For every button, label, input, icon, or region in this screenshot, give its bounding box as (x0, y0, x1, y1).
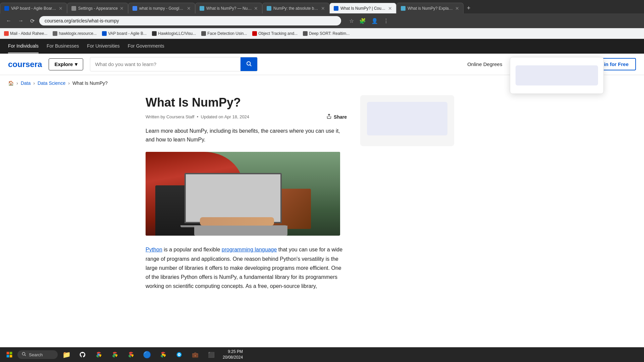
tab-favicon-numpy-v2 (200, 6, 204, 11)
tab-numpy-v2[interactable]: What is NumPy? — NumPy v... ✕ (195, 3, 262, 13)
explore-button[interactable]: Explore ▾ (49, 58, 83, 70)
tab-close-numpy-v2[interactable]: ✕ (254, 6, 258, 11)
taskbar-file-explorer[interactable]: 📁 (59, 349, 74, 361)
tab-numpy-absolute[interactable]: NumPy: the absolute basics fo... ✕ (262, 3, 329, 13)
svg-rect-4 (10, 352, 12, 355)
programming-language-link[interactable]: programming language (222, 247, 277, 252)
refresh-button[interactable]: ⟳ (28, 16, 37, 25)
nav-item-universities[interactable]: For Universities (87, 39, 120, 53)
article-title: What Is NumPy? (146, 95, 347, 110)
tab-favicon-jira (4, 6, 9, 11)
tab-close-google[interactable]: ✕ (187, 6, 191, 11)
tab-bar: VAP board - Agile Board – Jira ✕ Setting… (0, 0, 644, 13)
tab-settings[interactable]: Settings - Appearance ✕ (67, 3, 128, 13)
dropdown-panel (510, 57, 604, 94)
bookmark-favicon-vap (102, 31, 107, 36)
menu-button[interactable]: ⋮ (382, 16, 390, 25)
taskbar-app-6[interactable] (156, 349, 170, 361)
share-label: Share (334, 114, 347, 120)
tab-label-google: what is numpy - Google Search (139, 6, 185, 11)
taskbar-search-box[interactable]: Search (17, 350, 58, 359)
dropdown-content (516, 65, 598, 85)
tab-close-settings[interactable]: ✕ (120, 6, 124, 11)
taskbar-chrome-3[interactable] (123, 349, 138, 361)
bookmark-favicon-hawk (53, 31, 57, 36)
tab-label-jira: VAP board - Agile Board – Jira (11, 6, 57, 11)
bookmark-face-detection[interactable]: Face Detection Usin... (201, 31, 247, 36)
tab-numpy-explain[interactable]: What is NumPy? Explaining h... ✕ (396, 3, 464, 13)
taskbar-search-icon (21, 352, 26, 358)
taskbar-app-5[interactable]: 🔵 (140, 349, 154, 361)
new-tab-button[interactable]: + (464, 5, 474, 12)
svg-rect-5 (7, 355, 9, 358)
article-intro: Learn more about NumPy, including its be… (146, 127, 347, 144)
taskbar-chrome-1[interactable] (91, 349, 106, 361)
coursera-logo[interactable]: coursera (8, 60, 42, 69)
tab-close-jira[interactable]: ✕ (59, 6, 63, 11)
share-icon (326, 114, 332, 120)
python-link[interactable]: Python (146, 247, 162, 252)
bookmark-favicon-track (252, 31, 257, 36)
article-author: Written by Coursera Staff • Updated on A… (146, 114, 249, 119)
tab-favicon-numpy-exp (401, 6, 406, 11)
taskbar-app-9[interactable]: ⬛ (204, 349, 219, 361)
tab-close-coursera[interactable]: ✕ (388, 6, 392, 11)
bookmark-deepsort[interactable]: Deep SORT: Realtim... (303, 31, 350, 36)
nav-item-businesses[interactable]: For Businesses (47, 39, 79, 53)
svg-line-1 (250, 65, 251, 66)
svg-line-8 (25, 355, 26, 356)
bookmark-vap[interactable]: VAP board - Agile B... (102, 31, 147, 36)
tab-close-numpy-exp[interactable]: ✕ (455, 6, 459, 11)
bookmark-hawklogix[interactable]: hawklogix.resource... (53, 31, 97, 36)
tab-label-settings: Settings - Appearance (78, 6, 118, 11)
search-button[interactable] (240, 57, 257, 71)
breadcrumb-sep-0: › (16, 80, 18, 86)
svg-point-14 (130, 354, 132, 356)
profile-button[interactable]: 👤 (370, 16, 379, 25)
taskbar-chrome-2[interactable] (107, 349, 122, 361)
search-bar (90, 57, 258, 71)
back-button[interactable]: ← (4, 16, 13, 25)
extension-button[interactable]: 🧩 (358, 16, 367, 25)
nav-item-individuals[interactable]: For Individuals (8, 39, 39, 53)
address-input[interactable] (39, 16, 341, 25)
taskbar-teams[interactable]: 💼 (188, 349, 203, 361)
taskbar-app-7[interactable] (172, 349, 186, 361)
svg-point-12 (114, 354, 116, 356)
breadcrumb-sep-1: › (33, 80, 35, 86)
bookmark-favicon-mail (4, 31, 9, 36)
bookmark-label-track: Object Tracking and... (258, 31, 298, 36)
tab-close-numpy-abs[interactable]: ✕ (321, 6, 325, 11)
breadcrumb-home[interactable]: 🏠 (8, 80, 14, 86)
clock-time: 9:25 PM (223, 349, 243, 355)
bookmark-label-hawk: hawklogix.resource... (59, 31, 97, 36)
svg-point-10 (98, 354, 100, 356)
bookmark-object-tracking[interactable]: Object Tracking and... (252, 31, 298, 36)
svg-point-16 (162, 354, 164, 356)
article-image (146, 152, 340, 236)
share-button[interactable]: Share (326, 114, 347, 120)
tab-coursera[interactable]: What Is NumPy? | Coursera ✕ (329, 3, 396, 13)
breadcrumb-data-science[interactable]: Data Science (38, 80, 65, 86)
bookmark-mail[interactable]: Mail - Abdul Rahee... (4, 31, 47, 36)
online-degrees-link[interactable]: Online Degrees (467, 61, 502, 67)
tab-jira[interactable]: VAP board - Agile Board – Jira ✕ (0, 3, 67, 13)
tab-google-numpy[interactable]: what is numpy - Google Search ✕ (128, 3, 195, 13)
article-meta: Written by Coursera Staff • Updated on A… (146, 114, 347, 120)
breadcrumb-data[interactable]: Data (21, 80, 31, 86)
search-icon (246, 61, 252, 68)
taskbar-github[interactable] (75, 349, 90, 361)
bookmark-button[interactable]: ☆ (348, 16, 355, 25)
search-input[interactable] (90, 58, 240, 70)
tab-label-numpy-v2: What is NumPy? — NumPy v... (206, 6, 252, 11)
top-navigation: For Individuals For Businesses For Unive… (0, 39, 644, 54)
forward-button[interactable]: → (16, 16, 25, 25)
bookmark-hawklogix-llc[interactable]: HawklogixLLC/Visu... (152, 31, 196, 36)
tab-favicon-numpy-abs (267, 6, 271, 11)
nav-item-governments[interactable]: For Governments (128, 39, 164, 53)
taskbar-time: 9:25 PM 20/08/2024 (220, 349, 246, 360)
start-button[interactable] (3, 349, 16, 361)
tab-favicon-google (132, 6, 137, 11)
sidebar-card-content (367, 102, 447, 135)
bookmark-label-llc: HawklogixLLC/Visu... (158, 31, 196, 36)
